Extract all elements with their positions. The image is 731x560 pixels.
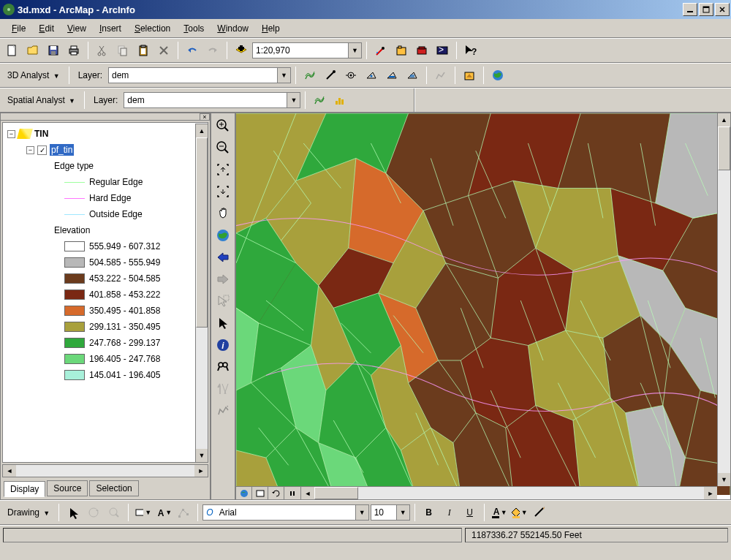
data-view-tab[interactable]: [236, 487, 252, 499]
map-view[interactable]: ▲ ▼ ◄ ►: [235, 113, 731, 500]
expand-toggle-root[interactable]: −: [7, 130, 15, 138]
copy-button[interactable]: [113, 41, 132, 60]
line-of-sight-tool[interactable]: [341, 66, 360, 85]
layer-input-sa[interactable]: [124, 93, 287, 107]
font-input[interactable]: [216, 505, 355, 520]
open-button[interactable]: [23, 41, 42, 60]
maximize-button[interactable]: [699, 3, 713, 16]
map-scroll-thumb-h[interactable]: [314, 487, 358, 499]
expand-toggle-layer[interactable]: −: [26, 146, 34, 154]
steepest-path-tool[interactable]: [321, 66, 340, 85]
toc-tab-display[interactable]: Display: [4, 481, 45, 497]
map-scroll-down[interactable]: ▼: [718, 473, 730, 486]
identify-tool[interactable]: i: [213, 336, 232, 355]
menu-selection[interactable]: Selection: [129, 21, 176, 36]
scroll-up-arrow[interactable]: ▲: [196, 124, 208, 137]
new-button[interactable]: [3, 41, 22, 60]
arctoolbox-button[interactable]: [412, 41, 431, 60]
font-size-input[interactable]: [371, 505, 396, 520]
toc-layer-label[interactable]: pf_tin: [50, 144, 74, 156]
editor-toolbar-button[interactable]: [371, 41, 390, 60]
whats-this-button[interactable]: ?: [461, 41, 480, 60]
bold-button[interactable]: B: [420, 503, 439, 522]
map-vertical-scrollbar[interactable]: ▲ ▼: [717, 113, 730, 486]
fixed-zoom-in-tool[interactable]: [213, 160, 232, 179]
layer-dropdown-3d[interactable]: ▼: [277, 68, 290, 83]
toc-horizontal-scrollbar[interactable]: ◄ ►: [2, 464, 208, 477]
font-size-dropdown[interactable]: ▼: [396, 505, 409, 520]
arcglobe-button[interactable]: [488, 66, 507, 85]
scale-input[interactable]: [253, 43, 348, 58]
underline-button[interactable]: U: [461, 503, 480, 522]
menu-view[interactable]: View: [61, 21, 92, 36]
spatial-analyst-menu[interactable]: Spatial Analyst ▼: [3, 93, 80, 107]
redo-button[interactable]: [203, 41, 222, 60]
menu-tools[interactable]: Tools: [178, 21, 210, 36]
toc-vertical-scrollbar[interactable]: ▲ ▼: [195, 124, 208, 463]
toc-tree[interactable]: − TIN − ✓ pf_tin Edge type Regular Edge …: [2, 122, 208, 463]
layer-combo-3d[interactable]: ▼: [108, 67, 291, 83]
refresh-button[interactable]: [268, 487, 284, 499]
paste-button[interactable]: [134, 41, 153, 60]
layout-view-tab[interactable]: [252, 487, 268, 499]
add-data-button[interactable]: [232, 41, 251, 60]
toc-close-button[interactable]: ×: [200, 113, 210, 121]
full-extent-tool[interactable]: [213, 226, 232, 245]
map-scroll-left[interactable]: ◄: [301, 487, 314, 499]
save-button[interactable]: [44, 41, 63, 60]
scroll-down-arrow[interactable]: ▼: [196, 449, 208, 462]
menu-insert[interactable]: Insert: [94, 21, 127, 36]
select-features-tool[interactable]: [213, 292, 232, 311]
toc-tab-source[interactable]: Source: [47, 480, 88, 496]
pan-tool[interactable]: [213, 204, 232, 223]
measure-tool[interactable]: [213, 401, 232, 420]
scroll-left-arrow[interactable]: ◄: [3, 465, 16, 477]
interpolate-polygon-tool[interactable]: [403, 66, 422, 85]
profile-graph-tool[interactable]: [431, 66, 450, 85]
menu-help[interactable]: Help: [256, 21, 286, 36]
font-combo[interactable]: O ▼: [202, 504, 368, 521]
layer-dropdown-sa[interactable]: ▼: [287, 93, 300, 107]
select-elements-tool-2[interactable]: [64, 503, 83, 522]
find-tool[interactable]: [213, 357, 232, 377]
font-dropdown[interactable]: ▼: [355, 505, 368, 520]
interpolate-line-tool[interactable]: [382, 66, 401, 85]
rotate-tool[interactable]: [84, 503, 103, 522]
close-button[interactable]: [715, 3, 730, 16]
menu-window[interactable]: Window: [211, 21, 254, 36]
scale-combo[interactable]: ▼: [252, 42, 362, 58]
line-color-button[interactable]: [530, 503, 549, 522]
map-scroll-right[interactable]: ►: [704, 487, 717, 499]
arccatalog-button[interactable]: [392, 41, 411, 60]
contour-tool[interactable]: [300, 66, 319, 85]
font-color-button[interactable]: A▼: [489, 503, 508, 522]
new-rectangle-tool[interactable]: ▼: [133, 503, 152, 522]
delete-button[interactable]: [154, 41, 173, 60]
map-horizontal-scrollbar[interactable]: ◄ ►: [236, 486, 717, 499]
fixed-zoom-out-tool[interactable]: [213, 182, 232, 201]
command-line-button[interactable]: >: [433, 41, 452, 60]
undo-button[interactable]: [183, 41, 202, 60]
layer-checkbox[interactable]: ✓: [37, 145, 47, 155]
go-to-xy-tool[interactable]: [213, 379, 232, 398]
contour-tool-sa[interactable]: [310, 91, 329, 110]
fill-color-button[interactable]: ▼: [510, 503, 529, 522]
scale-dropdown-button[interactable]: ▼: [348, 43, 361, 58]
layer-input-3d[interactable]: [109, 68, 277, 83]
zoom-in-tool[interactable]: [213, 116, 232, 135]
zoom-to-selected-tool[interactable]: [105, 503, 124, 522]
scroll-thumb-v[interactable]: [196, 137, 208, 328]
cut-button[interactable]: [93, 41, 112, 60]
layer-combo-sa[interactable]: ▼: [124, 92, 300, 108]
arcscene-button[interactable]: [460, 66, 479, 85]
histogram-tool[interactable]: [330, 91, 349, 110]
scroll-right-arrow[interactable]: ►: [194, 465, 208, 477]
back-button[interactable]: [213, 248, 232, 267]
menu-edit[interactable]: Edit: [33, 21, 60, 36]
italic-button[interactable]: I: [440, 503, 459, 522]
select-elements-tool[interactable]: [213, 314, 232, 333]
edit-vertices-tool[interactable]: [174, 503, 193, 522]
map-scroll-thumb-v[interactable]: [718, 126, 730, 170]
minimize-button[interactable]: [683, 3, 697, 16]
3d-analyst-menu[interactable]: 3D Analyst ▼: [3, 68, 64, 83]
